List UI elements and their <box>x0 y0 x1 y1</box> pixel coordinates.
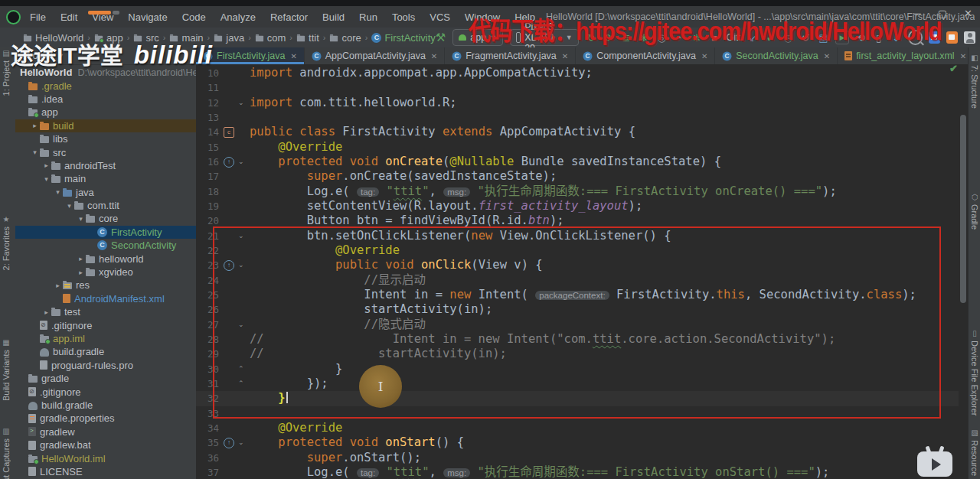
tree-item-java[interactable]: ▾java <box>15 186 196 199</box>
tree-item-helloworld-iml[interactable]: HelloWorld.iml <box>15 451 196 464</box>
tree-expand-arrow[interactable]: ▸ <box>41 161 51 169</box>
tree-item-com-ttit[interactable]: ▾com.ttit <box>15 199 196 212</box>
code-line[interactable]: 36 super.onStart(); <box>196 451 959 465</box>
menu-item-edit[interactable]: Edit <box>60 11 77 23</box>
menu-item-analyze[interactable]: Analyze <box>220 11 256 23</box>
tree-item-androidtest[interactable]: ▸androidTest <box>15 159 196 172</box>
tree-item-src[interactable]: ▾src <box>15 145 196 158</box>
code-line[interactable]: 35↑⌄ protected void onStart() { <box>196 435 959 450</box>
toolwindow-button-device-file-explorer[interactable]: ▯Device File Explorer <box>970 329 979 415</box>
override-gutter-icon[interactable]: ↑ <box>224 157 234 168</box>
editor-tab-first-activity-layout-xml[interactable]: first_activity_layout.xml✕ <box>838 47 974 64</box>
tree-item-build-gradle[interactable]: build.gradle <box>15 345 196 358</box>
fold-marker[interactable]: ⌄ <box>238 435 244 450</box>
tab-close-icon[interactable]: ✕ <box>824 52 830 60</box>
code-line[interactable]: 12⌄import com.ttit.helloworld.R; <box>196 96 959 110</box>
tree-expand-arrow[interactable]: ▾ <box>76 215 86 223</box>
tab-close-icon[interactable]: ✕ <box>960 52 966 60</box>
tree-expand-arrow[interactable]: ▸ <box>76 255 86 262</box>
toolwindow-button-layout-captures[interactable]: ▥Layout Captures <box>2 427 11 479</box>
tree-expand-arrow[interactable]: ▾ <box>64 202 74 210</box>
tree-item-helloworld[interactable]: ▸helloworld <box>15 252 196 265</box>
code-line[interactable]: 16↑⌄ protected void onCreate(@Nullable B… <box>196 155 959 169</box>
code-line[interactable]: 37 Log.e( tag: "ttit", msg: "执行生命周期函数:==… <box>196 465 959 479</box>
code-line[interactable]: 34 @Override <box>196 421 959 435</box>
toolwindow-button--structure[interactable]: ◧7: Structure <box>970 54 979 109</box>
tree-item-main[interactable]: ▾main <box>15 172 196 185</box>
code-line[interactable]: 13 <box>196 110 959 125</box>
toolwindow-button-build-variants[interactable]: ▦Build Variants <box>2 338 11 401</box>
tree-expand-arrow[interactable]: ▸ <box>41 308 51 316</box>
tree-item-core[interactable]: ▾core <box>15 212 196 225</box>
tree-item-gradle-properties[interactable]: gradle.properties <box>15 412 196 425</box>
breadcrumb-item-core[interactable]: core <box>329 32 361 44</box>
breadcrumb-item-com[interactable]: com <box>255 32 286 44</box>
tree-item--idea[interactable]: .idea <box>15 93 196 106</box>
toolwindow-button--favorites[interactable]: ★2: Favorites <box>2 215 11 270</box>
menu-item-navigate[interactable]: Navigate <box>128 11 167 23</box>
toolwindow-button-resource-manager[interactable]: ▨Resource Manager <box>970 428 979 479</box>
overlay-doc-orange-icon[interactable] <box>946 31 958 44</box>
editor-tab-fragmentactivity-java[interactable]: FragmentActivity.java✕ <box>445 47 576 64</box>
menu-item-code[interactable]: Code <box>182 11 206 23</box>
override-gutter-icon[interactable]: ↑ <box>224 438 234 448</box>
editor-tab-appcompatactivity-java[interactable]: AppCompatActivity.java✕ <box>305 47 445 64</box>
breadcrumb-item-firstactivity[interactable]: FirstActivity <box>371 32 435 44</box>
tree-expand-arrow[interactable]: ▾ <box>41 175 51 183</box>
editor-tab-secondactivity-java[interactable]: SecondActivity.java✕ <box>715 47 838 64</box>
menu-item-build[interactable]: Build <box>322 11 345 23</box>
tab-close-icon[interactable]: ✕ <box>701 52 707 60</box>
tree-item-proguard-rules-pro[interactable]: proguard-rules.pro <box>15 359 196 372</box>
tree-item-androidmanifest-xml[interactable]: AndroidManifest.xml <box>15 292 196 305</box>
tree-item-libs[interactable]: libs <box>15 132 196 145</box>
tree-expand-arrow[interactable]: ▸ <box>53 282 63 289</box>
class-gutter-icon[interactable]: c <box>224 127 234 138</box>
menu-item-file[interactable]: File <box>30 11 46 23</box>
tree-item--gradle[interactable]: .gradle <box>15 79 196 92</box>
breadcrumb-item-java[interactable]: java <box>214 32 244 44</box>
tree-item-build[interactable]: ▸build <box>15 119 196 132</box>
tree-item-gradlew-bat[interactable]: gradlew.bat <box>15 438 196 451</box>
tree-item--gitignore[interactable]: .gitignore <box>15 385 196 398</box>
tree-item-secondactivity[interactable]: SecondActivity <box>15 239 196 252</box>
tree-item-firstactivity[interactable]: FirstActivity <box>15 226 196 239</box>
tree-item-build-gradle[interactable]: build.gradle <box>15 399 196 412</box>
menu-item-vcs[interactable]: VCS <box>430 11 450 23</box>
tree-item-app[interactable]: app <box>15 106 196 119</box>
code-line[interactable]: 17 super.onCreate(savedInstanceState); <box>196 169 959 184</box>
tree-expand-arrow[interactable]: ▸ <box>76 269 86 276</box>
code-line[interactable]: 11 <box>196 80 959 95</box>
tree-item-res[interactable]: ▸res <box>15 279 196 292</box>
avatar-icon[interactable] <box>964 31 975 44</box>
tree-expand-arrow[interactable]: ▾ <box>30 148 40 156</box>
toolwindow-button-gradle[interactable]: ⬡Gradle <box>970 193 979 230</box>
editor-tab-componentactivity-java[interactable]: ComponentActivity.java✕ <box>576 47 715 64</box>
menu-item-tools[interactable]: Tools <box>392 11 415 23</box>
menu-item-run[interactable]: Run <box>359 11 377 23</box>
toolwindow-button--project[interactable]: ▤1: Project <box>2 49 11 96</box>
scrollbar-thumb[interactable] <box>960 115 966 303</box>
inspection-ok-icon[interactable]: ✔ <box>949 63 958 74</box>
tree-item-gradlew[interactable]: gradlew <box>15 425 196 438</box>
tree-item-app-iml[interactable]: app.iml <box>15 332 196 345</box>
editor-scrollbar[interactable] <box>959 64 968 479</box>
tree-expand-arrow[interactable]: ▸ <box>30 122 40 129</box>
code-line[interactable]: 19 setContentView(R.layout.first_activit… <box>196 199 959 213</box>
fold-marker[interactable]: ⌄ <box>238 155 244 169</box>
tree-item--gitignore[interactable]: .gitignore <box>15 318 196 331</box>
code-line[interactable]: 14cpublic class FirstActivity extends Ap… <box>196 125 959 139</box>
tab-close-icon[interactable]: ✕ <box>562 52 568 60</box>
tree-item-xgvideo[interactable]: ▸xgvideo <box>15 266 196 279</box>
tree-item-test[interactable]: ▸test <box>15 305 196 318</box>
tree-item-license[interactable]: LICENSE <box>15 465 196 478</box>
menu-item-refactor[interactable]: Refactor <box>270 11 308 23</box>
tab-close-icon[interactable]: ✕ <box>290 52 296 60</box>
breadcrumb-item-ttit[interactable]: ttit <box>296 32 319 44</box>
tree-item-gradle[interactable]: gradle <box>15 372 196 385</box>
code-line[interactable]: 10import androidx.appcompat.app.AppCompa… <box>196 66 959 80</box>
tab-close-icon[interactable]: ✕ <box>431 52 437 60</box>
fold-marker[interactable]: ⌄ <box>238 96 244 110</box>
build-hammer-icon[interactable]: ⚒ <box>436 31 446 44</box>
code-line[interactable]: 15 @Override <box>196 140 959 155</box>
tree-expand-arrow[interactable]: ▾ <box>53 188 63 196</box>
